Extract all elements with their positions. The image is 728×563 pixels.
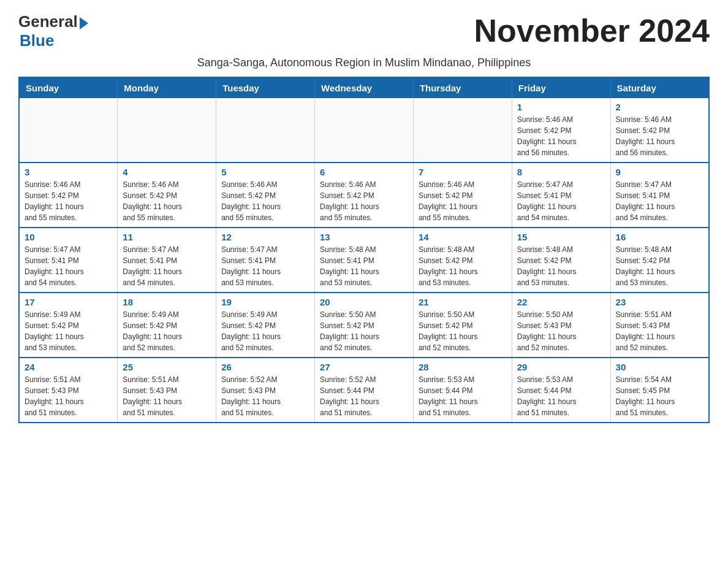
day-info: Sunrise: 5:48 AMSunset: 5:42 PMDaylight:… [517, 244, 605, 288]
day-number: 10 [25, 232, 112, 242]
day-number: 19 [221, 297, 309, 307]
day-number: 18 [123, 297, 211, 307]
table-row: 3Sunrise: 5:46 AMSunset: 5:42 PMDaylight… [19, 163, 118, 228]
day-number: 2 [616, 102, 703, 112]
day-number: 4 [123, 167, 211, 177]
table-row: 19Sunrise: 5:49 AMSunset: 5:42 PMDayligh… [216, 293, 315, 358]
calendar-week-row: 1Sunrise: 5:46 AMSunset: 5:42 PMDaylight… [19, 98, 709, 163]
day-info: Sunrise: 5:50 AMSunset: 5:42 PMDaylight:… [320, 309, 408, 353]
table-row: 16Sunrise: 5:48 AMSunset: 5:42 PMDayligh… [610, 228, 709, 293]
calendar-table: Sunday Monday Tuesday Wednesday Thursday… [18, 77, 710, 423]
col-sunday: Sunday [19, 77, 118, 98]
day-info: Sunrise: 5:51 AMSunset: 5:43 PMDaylight:… [25, 374, 112, 418]
table-row: 24Sunrise: 5:51 AMSunset: 5:43 PMDayligh… [19, 358, 118, 423]
day-info: Sunrise: 5:47 AMSunset: 5:41 PMDaylight:… [25, 244, 112, 288]
day-number: 16 [616, 232, 703, 242]
calendar-week-row: 3Sunrise: 5:46 AMSunset: 5:42 PMDaylight… [19, 163, 709, 228]
table-row: 8Sunrise: 5:47 AMSunset: 5:41 PMDaylight… [512, 163, 610, 228]
day-number: 22 [517, 297, 605, 307]
day-number: 5 [221, 167, 309, 177]
day-info: Sunrise: 5:53 AMSunset: 5:44 PMDaylight:… [419, 374, 507, 418]
header: General Blue November 2024 [18, 12, 710, 50]
table-row: 23Sunrise: 5:51 AMSunset: 5:43 PMDayligh… [610, 293, 709, 358]
table-row: 20Sunrise: 5:50 AMSunset: 5:42 PMDayligh… [315, 293, 414, 358]
table-row [315, 98, 414, 163]
table-row: 6Sunrise: 5:46 AMSunset: 5:42 PMDaylight… [315, 163, 414, 228]
day-number: 6 [320, 167, 408, 177]
calendar-week-row: 24Sunrise: 5:51 AMSunset: 5:43 PMDayligh… [19, 358, 709, 423]
col-monday: Monday [118, 77, 216, 98]
table-row [216, 98, 315, 163]
day-info: Sunrise: 5:48 AMSunset: 5:42 PMDaylight:… [419, 244, 507, 288]
day-info: Sunrise: 5:53 AMSunset: 5:44 PMDaylight:… [517, 374, 605, 418]
table-row: 28Sunrise: 5:53 AMSunset: 5:44 PMDayligh… [413, 358, 512, 423]
table-row: 25Sunrise: 5:51 AMSunset: 5:43 PMDayligh… [118, 358, 216, 423]
table-row: 21Sunrise: 5:50 AMSunset: 5:42 PMDayligh… [413, 293, 512, 358]
day-number: 8 [517, 167, 605, 177]
table-row: 11Sunrise: 5:47 AMSunset: 5:41 PMDayligh… [118, 228, 216, 293]
day-info: Sunrise: 5:51 AMSunset: 5:43 PMDaylight:… [123, 374, 211, 418]
col-thursday: Thursday [413, 77, 512, 98]
subtitle: Sanga-Sanga, Autonomous Region in Muslim… [18, 56, 710, 69]
table-row: 4Sunrise: 5:46 AMSunset: 5:42 PMDaylight… [118, 163, 216, 228]
day-number: 9 [616, 167, 703, 177]
day-info: Sunrise: 5:46 AMSunset: 5:42 PMDaylight:… [25, 179, 112, 223]
table-row: 2Sunrise: 5:46 AMSunset: 5:42 PMDaylight… [610, 98, 709, 163]
day-number: 11 [123, 232, 211, 242]
day-number: 3 [25, 167, 112, 177]
table-row [118, 98, 216, 163]
table-row: 12Sunrise: 5:47 AMSunset: 5:41 PMDayligh… [216, 228, 315, 293]
day-info: Sunrise: 5:46 AMSunset: 5:42 PMDaylight:… [517, 114, 605, 158]
table-row: 27Sunrise: 5:52 AMSunset: 5:44 PMDayligh… [315, 358, 414, 423]
day-info: Sunrise: 5:54 AMSunset: 5:45 PMDaylight:… [616, 374, 703, 418]
day-number: 28 [419, 362, 507, 372]
day-info: Sunrise: 5:49 AMSunset: 5:42 PMDaylight:… [25, 309, 112, 353]
col-wednesday: Wednesday [315, 77, 414, 98]
day-number: 13 [320, 232, 408, 242]
day-number: 1 [517, 102, 605, 112]
day-info: Sunrise: 5:49 AMSunset: 5:42 PMDaylight:… [221, 309, 309, 353]
table-row: 30Sunrise: 5:54 AMSunset: 5:45 PMDayligh… [610, 358, 709, 423]
col-friday: Friday [512, 77, 610, 98]
day-info: Sunrise: 5:50 AMSunset: 5:42 PMDaylight:… [419, 309, 507, 353]
table-row: 5Sunrise: 5:46 AMSunset: 5:42 PMDaylight… [216, 163, 315, 228]
logo: General Blue [18, 12, 88, 50]
month-title: November 2024 [474, 12, 710, 49]
table-row: 15Sunrise: 5:48 AMSunset: 5:42 PMDayligh… [512, 228, 610, 293]
day-number: 21 [419, 297, 507, 307]
day-info: Sunrise: 5:49 AMSunset: 5:42 PMDaylight:… [123, 309, 211, 353]
col-saturday: Saturday [610, 77, 709, 98]
table-row: 22Sunrise: 5:50 AMSunset: 5:43 PMDayligh… [512, 293, 610, 358]
table-row: 13Sunrise: 5:48 AMSunset: 5:41 PMDayligh… [315, 228, 414, 293]
day-info: Sunrise: 5:47 AMSunset: 5:41 PMDaylight:… [517, 179, 605, 223]
logo-general: General [18, 12, 78, 31]
day-number: 17 [25, 297, 112, 307]
day-number: 20 [320, 297, 408, 307]
calendar-week-row: 10Sunrise: 5:47 AMSunset: 5:41 PMDayligh… [19, 228, 709, 293]
table-row: 7Sunrise: 5:46 AMSunset: 5:42 PMDaylight… [413, 163, 512, 228]
day-info: Sunrise: 5:47 AMSunset: 5:41 PMDaylight:… [123, 244, 211, 288]
day-info: Sunrise: 5:46 AMSunset: 5:42 PMDaylight:… [320, 179, 408, 223]
logo-triangle-icon [80, 17, 88, 29]
table-row: 10Sunrise: 5:47 AMSunset: 5:41 PMDayligh… [19, 228, 118, 293]
day-number: 26 [221, 362, 309, 372]
logo-blue: Blue [20, 31, 88, 50]
day-number: 24 [25, 362, 112, 372]
day-info: Sunrise: 5:47 AMSunset: 5:41 PMDaylight:… [616, 179, 703, 223]
calendar-header-row: Sunday Monday Tuesday Wednesday Thursday… [19, 77, 709, 98]
day-number: 12 [221, 232, 309, 242]
day-info: Sunrise: 5:51 AMSunset: 5:43 PMDaylight:… [616, 309, 703, 353]
day-info: Sunrise: 5:46 AMSunset: 5:42 PMDaylight:… [419, 179, 507, 223]
calendar-week-row: 17Sunrise: 5:49 AMSunset: 5:42 PMDayligh… [19, 293, 709, 358]
day-number: 15 [517, 232, 605, 242]
day-info: Sunrise: 5:52 AMSunset: 5:43 PMDaylight:… [221, 374, 309, 418]
day-info: Sunrise: 5:52 AMSunset: 5:44 PMDaylight:… [320, 374, 408, 418]
day-number: 27 [320, 362, 408, 372]
table-row: 17Sunrise: 5:49 AMSunset: 5:42 PMDayligh… [19, 293, 118, 358]
table-row: 18Sunrise: 5:49 AMSunset: 5:42 PMDayligh… [118, 293, 216, 358]
day-info: Sunrise: 5:46 AMSunset: 5:42 PMDaylight:… [123, 179, 211, 223]
col-tuesday: Tuesday [216, 77, 315, 98]
table-row: 26Sunrise: 5:52 AMSunset: 5:43 PMDayligh… [216, 358, 315, 423]
day-number: 14 [419, 232, 507, 242]
day-number: 7 [419, 167, 507, 177]
